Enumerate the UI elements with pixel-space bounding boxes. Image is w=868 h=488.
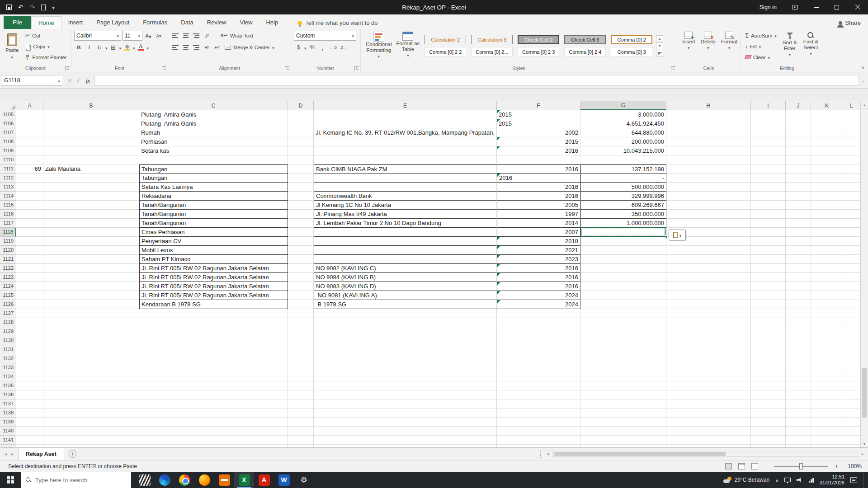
- row-header-1112[interactable]: 1112: [0, 174, 16, 183]
- cell-I1111[interactable]: [751, 164, 786, 174]
- share-button[interactable]: Share: [831, 19, 868, 29]
- cell-C1110[interactable]: [139, 155, 288, 164]
- cell-G1135[interactable]: [580, 381, 666, 390]
- cell-E1132[interactable]: [314, 354, 497, 363]
- cell-K1123[interactable]: [811, 273, 843, 282]
- cell-style-option[interactable]: Comma [0] 2...: [471, 47, 513, 56]
- cell-E1129[interactable]: [314, 327, 497, 336]
- cell-E1134[interactable]: [314, 372, 497, 381]
- fill-button[interactable]: Fill: [743, 42, 778, 51]
- row-header-1139[interactable]: 1139: [0, 418, 16, 427]
- cell-style-option[interactable]: Calculation 3: [471, 35, 513, 44]
- cell-H1141[interactable]: [666, 436, 751, 445]
- fill-color-icon[interactable]: [124, 45, 130, 51]
- taskbar-app-firefox[interactable]: [194, 472, 214, 488]
- cell-J1111[interactable]: [786, 164, 811, 174]
- cell-B1136[interactable]: [43, 390, 139, 399]
- cell-F1122[interactable]: 2016: [497, 264, 580, 273]
- number-format-combo[interactable]: Custom: [294, 31, 356, 41]
- cell-K1105[interactable]: [811, 110, 843, 119]
- cell-C1140[interactable]: [139, 427, 288, 436]
- search-input[interactable]: [35, 477, 117, 483]
- fill-color-chevron-down-icon[interactable]: [133, 43, 135, 52]
- tab-help[interactable]: Help: [259, 16, 285, 29]
- row-header-1132[interactable]: 1132: [0, 354, 16, 363]
- delete-cells-button[interactable]: × Delete: [698, 31, 718, 52]
- cell-D1138[interactable]: [288, 408, 314, 418]
- cell-K1138[interactable]: [811, 408, 843, 418]
- cell-A1142[interactable]: [16, 445, 43, 447]
- sign-in-button[interactable]: Sign in: [751, 4, 785, 10]
- horizontal-scroll-thumb[interactable]: [554, 452, 726, 456]
- cell-H1109[interactable]: [666, 146, 751, 155]
- font-color-icon[interactable]: [138, 44, 144, 51]
- cell-J1105[interactable]: [786, 110, 811, 119]
- cell-B1130[interactable]: [43, 336, 139, 345]
- cell-A1141[interactable]: [16, 436, 43, 445]
- wrap-text-button[interactable]: Wrap Text: [219, 31, 255, 40]
- taskbar-app-acrobat[interactable]: A: [254, 472, 274, 488]
- cell-L1142[interactable]: [843, 445, 860, 447]
- insert-function-icon[interactable]: [86, 76, 90, 84]
- find-select-button[interactable]: Find & Select: [801, 31, 821, 62]
- cell-F1126[interactable]: 2024: [497, 300, 580, 309]
- cell-E1114[interactable]: Commonwealth Bank: [314, 192, 497, 201]
- taskbar-app-settings[interactable]: [294, 472, 314, 488]
- cell-G1111[interactable]: 137.152.198: [580, 164, 666, 174]
- cell-K1139[interactable]: [811, 418, 843, 427]
- cell-L1137[interactable]: [843, 399, 860, 408]
- cell-C1134[interactable]: [139, 372, 288, 381]
- cell-J1116[interactable]: [786, 210, 811, 219]
- cell-E1140[interactable]: [314, 427, 497, 436]
- cell-G1142[interactable]: [580, 445, 666, 447]
- cell-A1123[interactable]: [16, 273, 43, 282]
- cell-F1138[interactable]: [497, 408, 580, 418]
- cell-C1135[interactable]: [139, 381, 288, 390]
- cell-E1127[interactable]: [314, 309, 497, 318]
- cell-I1113[interactable]: [751, 183, 786, 192]
- cell-B1137[interactable]: [43, 399, 139, 408]
- cell-I1117[interactable]: [751, 219, 786, 228]
- cell-B1114[interactable]: [43, 192, 139, 201]
- network-signal-icon[interactable]: [809, 477, 814, 483]
- cell-J1141[interactable]: [786, 436, 811, 445]
- cell-A1121[interactable]: [16, 255, 43, 264]
- cell-I1133[interactable]: [751, 363, 786, 372]
- cell-L1141[interactable]: [843, 436, 860, 445]
- cell-C1113[interactable]: Setara Kas Lainnya: [139, 183, 288, 192]
- align-right-icon[interactable]: [193, 45, 199, 50]
- row-header-1119[interactable]: 1119: [0, 237, 16, 246]
- cell-D1107[interactable]: [288, 128, 314, 137]
- cell-G1138[interactable]: [580, 408, 666, 418]
- hidden-icons-chevron-icon[interactable]: [775, 476, 778, 484]
- cell-H1123[interactable]: [666, 273, 751, 282]
- cell-E1141[interactable]: [314, 436, 497, 445]
- cell-B1129[interactable]: [43, 327, 139, 336]
- cell-D1116[interactable]: [288, 210, 314, 219]
- cell-E1122[interactable]: NO 9082 (KAVLING C): [314, 264, 497, 273]
- cell-C1120[interactable]: Mobil Lexus: [139, 246, 288, 255]
- cell-A1125[interactable]: [16, 291, 43, 300]
- cell-I1114[interactable]: [751, 192, 786, 201]
- cell-E1135[interactable]: [314, 381, 497, 390]
- row-header-1131[interactable]: 1131: [0, 345, 16, 354]
- cell-G1128[interactable]: [580, 318, 666, 327]
- cell-B1106[interactable]: [43, 119, 139, 128]
- cell-D1133[interactable]: [288, 363, 314, 372]
- cell-K1131[interactable]: [811, 345, 843, 354]
- cell-G1133[interactable]: [580, 363, 666, 372]
- cell-H1114[interactable]: [666, 192, 751, 201]
- format-as-table-button[interactable]: Format as Table: [394, 31, 422, 65]
- cell-D1129[interactable]: [288, 327, 314, 336]
- autosum-button[interactable]: AutoSum: [743, 31, 778, 40]
- cell-G1129[interactable]: [580, 327, 666, 336]
- cell-D1117[interactable]: [288, 219, 314, 228]
- expand-formula-bar-icon[interactable]: [859, 78, 867, 83]
- cell-L1127[interactable]: [843, 309, 860, 318]
- cell-J1130[interactable]: [786, 336, 811, 345]
- cell-K1136[interactable]: [811, 390, 843, 399]
- cell-A1115[interactable]: [16, 201, 43, 210]
- sheet-nav-left-icon[interactable]: [5, 451, 7, 456]
- cell-K1121[interactable]: [811, 255, 843, 264]
- cell-B1126[interactable]: [43, 300, 139, 309]
